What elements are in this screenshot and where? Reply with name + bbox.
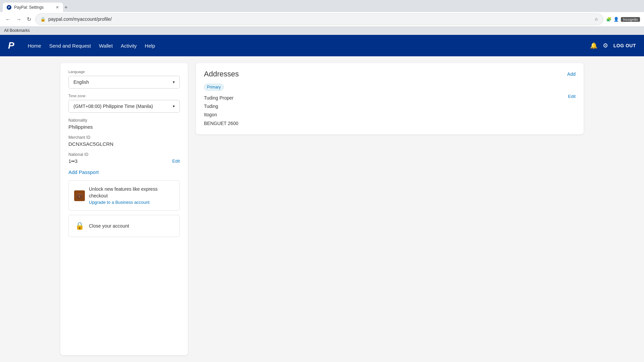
notifications-icon[interactable]: 🔔 [590,42,597,49]
settings-icon[interactable]: ⚙ [603,42,608,49]
nationality-field: Nationality Philippines [68,118,180,130]
refresh-button[interactable]: ↻ [25,15,33,24]
nav-activity[interactable]: Activity [121,43,137,49]
language-dropdown[interactable]: English ▾ [68,76,180,88]
browser-toolbar-icons: 🧩 👤 Incognito [606,17,640,22]
merchant-id-value: DCNXSAC5GLCRN [68,141,180,147]
paypal-logo: P [8,40,14,51]
close-account-banner[interactable]: 🔒 Close your account [68,215,180,237]
primary-badge: Primary [204,84,224,90]
addresses-card: Addresses Add Primary Tuding Proper Tudi… [196,63,584,134]
tab-close-icon[interactable]: ✕ [56,5,59,10]
nav-help[interactable]: Help [145,43,155,49]
language-wrapper: Language English ▾ [68,70,180,88]
merchant-id-label: Merchant ID [68,135,180,140]
merchant-id-field: Merchant ID DCNXSAC5GLCRN [68,135,180,147]
timezone-chevron-icon: ▾ [173,104,175,109]
address-line4: BENGUET 2600 [204,119,568,128]
addresses-title: Addresses [204,70,239,78]
national-id-value: 1••3 [68,158,77,164]
upgrade-content: Unlock new features like express checkou… [89,186,174,205]
language-value: English [73,79,89,85]
address-row: Tuding Proper Tuding Itogon BENGUET 2600… [204,94,576,128]
close-account-lock-icon: 🔒 [74,221,85,231]
back-button[interactable]: ← [4,15,12,24]
add-passport-link[interactable]: Add Passport [68,169,180,175]
national-id-edit-link[interactable]: Edit [172,159,180,164]
incognito-badge: Incognito [621,17,640,22]
address-line3: Itogon [204,111,568,119]
url-bar[interactable]: 🔒 paypal.com/myaccount/profile/ ☆ [35,13,603,25]
nav-send-request[interactable]: Send and Request [49,43,91,49]
extensions-icon[interactable]: 🧩 [606,17,611,22]
active-tab[interactable]: P PayPal: Settings ✕ [3,3,63,12]
logout-button[interactable]: LOG OUT [613,43,636,48]
timezone-dropdown[interactable]: (GMT+08:00) Philippine Time (Manila) ▾ [68,100,180,113]
nav-wallet[interactable]: Wallet [99,43,113,49]
add-address-link[interactable]: Add [567,71,576,77]
tab-title: PayPal: Settings [14,5,53,10]
timezone-wrapper: Time zone (GMT+08:00) Philippine Time (M… [68,94,180,113]
browser-chrome: P PayPal: Settings ✕ + ← → ↻ 🔒 paypal.co… [0,0,644,35]
paypal-navbar: P Home Send and Request Wallet Activity … [0,35,644,56]
upgrade-banner[interactable]: 💼 Unlock new features like express check… [68,180,180,211]
language-chevron-icon: ▾ [173,80,175,84]
nationality-value: Philippines [68,124,180,130]
nav-links: Home Send and Request Wallet Activity He… [28,43,579,49]
left-panel: Language English ▾ Time zone (GMT+08:00)… [60,63,188,355]
upgrade-text: Unlock new features like express checkou… [89,186,174,199]
right-panel: Addresses Add Primary Tuding Proper Tudi… [196,63,584,355]
nationality-label: Nationality [68,118,180,123]
new-tab-button[interactable]: + [64,4,67,10]
address-edit-link[interactable]: Edit [568,94,576,99]
url-text: paypal.com/myaccount/profile/ [48,15,592,23]
main-content: Language English ▾ Time zone (GMT+08:00)… [0,56,644,362]
forward-button[interactable]: → [15,15,23,24]
bookmarks-label: All Bookmarks [4,28,30,33]
star-icon[interactable]: ☆ [594,17,598,22]
nav-home[interactable]: Home [28,43,41,49]
tab-bar: P PayPal: Settings ✕ + [0,0,644,12]
briefcase-icon: 💼 [74,190,85,201]
tab-favicon: P [7,5,11,10]
address-line1: Tuding Proper [204,94,568,102]
close-account-text: Close your account [89,223,129,229]
upgrade-cta-link[interactable]: Upgrade to a Business account [89,200,150,205]
nav-right-icons: 🔔 ⚙ LOG OUT [590,42,636,49]
lock-icon: 🔒 [40,17,46,22]
address-line2: Tuding [204,102,568,111]
bookmarks-bar: All Bookmarks [0,27,644,35]
address-text: Tuding Proper Tuding Itogon BENGUET 2600 [204,94,568,128]
form-section: Language English ▾ Time zone (GMT+08:00)… [60,63,188,244]
language-label: Language [68,70,180,74]
timezone-label: Time zone [68,94,180,98]
national-id-field: National ID 1••3 Edit [68,152,180,164]
profile-icon[interactable]: 👤 [613,17,619,22]
address-bar-container: ← → ↻ 🔒 paypal.com/myaccount/profile/ ☆ … [0,12,644,27]
timezone-value: (GMT+08:00) Philippine Time (Manila) [73,104,153,109]
national-id-label: National ID [68,152,180,157]
addresses-header: Addresses Add [204,70,576,78]
